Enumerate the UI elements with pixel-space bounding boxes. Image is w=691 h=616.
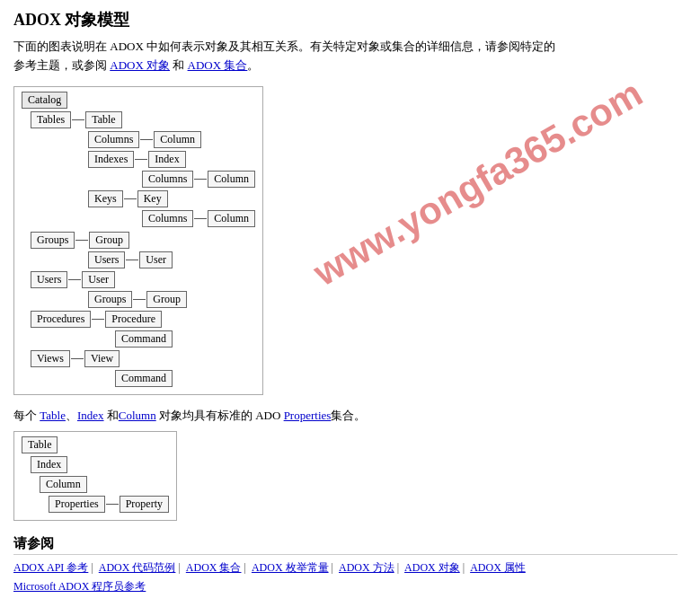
index-box: Index xyxy=(148,151,185,168)
table-link[interactable]: Table xyxy=(40,409,66,422)
indexes-row: Indexes Index xyxy=(88,151,255,169)
groups-row2: Groups Group xyxy=(88,291,255,309)
d2-index-box: Index xyxy=(31,456,67,473)
users-row1: Users User xyxy=(88,251,255,269)
catalog-row: Catalog xyxy=(22,92,255,110)
keys-box: Keys xyxy=(88,190,123,207)
command-box2: Command xyxy=(115,370,173,387)
procedure-box: Procedure xyxy=(105,311,162,328)
column-box2: Column xyxy=(208,171,255,188)
d2-table-row: Table xyxy=(22,436,169,454)
users-box2: Users xyxy=(31,271,67,288)
command-box1: Command xyxy=(115,330,173,348)
footer-links: ADOX API 参考| ADOX 代码范例| ADOX 集合| ADOX 枚举… xyxy=(13,559,678,597)
table-box: Table xyxy=(85,111,121,128)
views-row: Views View xyxy=(31,350,255,368)
column-box1: Column xyxy=(154,131,201,148)
d2-index-row: Index xyxy=(31,456,169,474)
d2-properties-row: Properties Property xyxy=(49,496,169,514)
tables-box: Tables xyxy=(31,111,71,128)
groups-row1: Groups Group xyxy=(31,232,255,250)
key-box: Key xyxy=(137,190,168,207)
column-link[interactable]: Column xyxy=(119,409,156,422)
user-box1: User xyxy=(139,251,173,268)
columns-row2: Columns Column xyxy=(142,171,255,189)
mid-text: 每个 Table、Index 和Column 对象均具有标准的 ADO Prop… xyxy=(13,408,678,424)
adox-collections-link[interactable]: ADOX 集合 xyxy=(188,58,248,72)
keys-row: Keys Key xyxy=(88,190,255,208)
views-box: Views xyxy=(31,350,70,367)
see-also-title: 请参阅 xyxy=(13,535,678,555)
columns-box2: Columns xyxy=(142,171,193,188)
d2-column-row: Column xyxy=(40,476,169,494)
procedures-row: Procedures Procedure xyxy=(31,311,255,329)
d2-column-box: Column xyxy=(40,476,87,493)
main-diagram: Catalog Tables Table Columns Column Inde… xyxy=(13,86,263,395)
link-methods[interactable]: ADOX 方法 xyxy=(339,561,394,574)
catalog-box: Catalog xyxy=(22,92,67,109)
index-link[interactable]: Index xyxy=(77,409,104,422)
command-row2: Command xyxy=(115,370,255,388)
columns-box3: Columns xyxy=(142,210,193,227)
intro-text: 下面的图表说明在 ADOX 中如何表示对象及其相互关系。有关特定对象或集合的详细… xyxy=(13,38,678,75)
group-box1: Group xyxy=(89,232,129,249)
users-row2: Users User xyxy=(31,271,255,289)
d2-table-box: Table xyxy=(22,436,58,453)
link-msadox[interactable]: Microsoft ADOX 程序员参考 xyxy=(13,580,146,593)
indexes-box: Indexes xyxy=(88,151,134,168)
page-title: ADOX 对象模型 xyxy=(13,9,678,31)
group-box2: Group xyxy=(146,291,187,308)
link-collections[interactable]: ADOX 集合 xyxy=(186,561,242,574)
columns-box1: Columns xyxy=(88,131,139,148)
link-code[interactable]: ADOX 代码范例 xyxy=(99,561,176,574)
column-box3: Column xyxy=(208,210,255,227)
procedures-box: Procedures xyxy=(31,311,91,328)
link-enum[interactable]: ADOX 枚举常量 xyxy=(252,561,329,574)
d2-property-box: Property xyxy=(120,496,169,513)
link-objects[interactable]: ADOX 对象 xyxy=(404,561,460,574)
link-api[interactable]: ADOX API 参考 xyxy=(13,561,88,574)
groups-box1: Groups xyxy=(31,232,75,249)
columns-row3: Columns Column xyxy=(142,210,255,228)
user-box2: User xyxy=(82,271,115,288)
users-box1: Users xyxy=(88,251,125,268)
properties-link[interactable]: Properties xyxy=(284,409,332,422)
groups-box2: Groups xyxy=(88,291,132,308)
watermark: www.yongfa365.com xyxy=(306,72,650,295)
tables-row: Tables Table xyxy=(31,111,255,129)
adox-objects-link[interactable]: ADOX 对象 xyxy=(110,58,170,72)
command-row1: Command xyxy=(115,330,255,348)
second-diagram: Table Index Column Properties Property xyxy=(13,431,177,521)
d2-properties-box: Properties xyxy=(49,496,105,513)
link-props[interactable]: ADOX 属性 xyxy=(470,561,526,574)
view-box: View xyxy=(84,350,120,367)
columns-row1: Columns Column xyxy=(88,131,255,149)
